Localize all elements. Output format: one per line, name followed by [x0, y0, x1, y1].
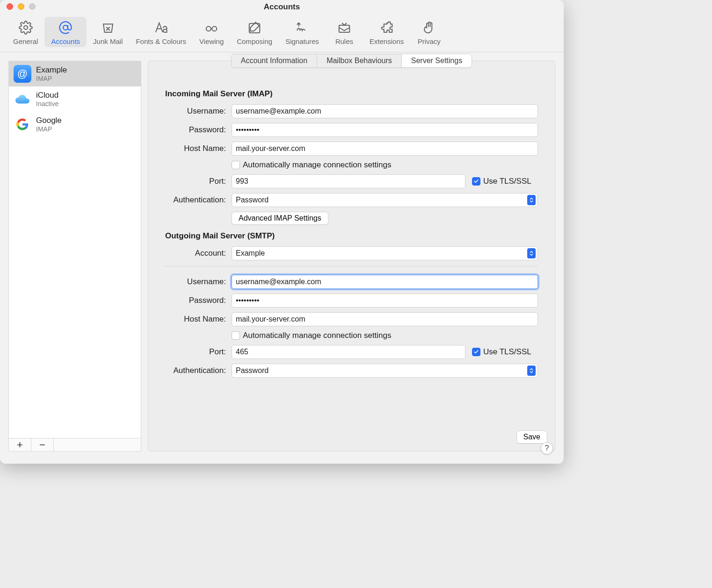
signature-icon: [295, 20, 309, 36]
save-button[interactable]: Save: [516, 430, 547, 444]
add-account-button[interactable]: +: [9, 438, 31, 451]
junk-mail-icon: [101, 20, 115, 36]
toolbar-junk-mail[interactable]: Junk Mail: [87, 17, 129, 47]
fonts-icon: [154, 20, 168, 36]
outgoing-username-input[interactable]: [232, 275, 538, 289]
label-authentication: Authentication:: [165, 195, 226, 205]
account-row-google[interactable]: Google IMAP: [9, 112, 141, 137]
outgoing-tls-checkbox[interactable]: Use TLS/SSL: [472, 347, 531, 357]
toolbar-fonts-colours[interactable]: Fonts & Colours: [129, 17, 193, 47]
toolbar-composing[interactable]: Composing: [230, 17, 279, 47]
puzzle-icon: [380, 20, 394, 36]
incoming-password-input[interactable]: [232, 123, 538, 137]
sidebar-footer-spacer: [54, 438, 141, 451]
tab-mailbox-behaviours[interactable]: Mailbox Behaviours: [317, 54, 402, 67]
checkbox-label: Automatically manage connection settings: [243, 160, 392, 170]
incoming-host-input[interactable]: [232, 142, 538, 156]
advanced-imap-button[interactable]: Advanced IMAP Settings: [232, 212, 328, 225]
icloud-icon: [14, 90, 31, 108]
select-value: Password: [236, 196, 269, 204]
label-hostname: Host Name:: [165, 315, 226, 324]
account-name: Google: [36, 116, 62, 125]
checkbox-icon: [232, 161, 240, 169]
remove-account-button[interactable]: −: [31, 438, 54, 451]
account-name: Example: [36, 65, 67, 75]
checkbox-checked-icon: [472, 348, 480, 356]
label-username: Username:: [165, 107, 226, 116]
checkbox-label: Automatically manage connection settings: [243, 331, 392, 340]
outgoing-account-select[interactable]: Example: [232, 246, 538, 260]
outgoing-port-input[interactable]: [232, 345, 465, 359]
section-incoming-title: Incoming Mail Server (IMAP): [165, 89, 538, 99]
toolbar-signatures[interactable]: Signatures: [279, 17, 326, 47]
toolbar-privacy[interactable]: Privacy: [410, 17, 448, 47]
label-username: Username:: [165, 277, 226, 287]
toolbar-label: Accounts: [51, 37, 80, 45]
label-password: Password:: [165, 296, 226, 305]
toolbar-label: Rules: [335, 37, 353, 45]
incoming-username-input[interactable]: [232, 104, 538, 118]
google-icon: [14, 115, 31, 133]
incoming-auth-select[interactable]: Password: [232, 193, 538, 207]
incoming-auto-manage-checkbox[interactable]: Automatically manage connection settings: [232, 160, 392, 170]
incoming-tls-checkbox[interactable]: Use TLS/SSL: [472, 177, 531, 186]
toolbar-general[interactable]: General: [7, 17, 44, 47]
select-value: Example: [236, 249, 265, 258]
outgoing-host-input[interactable]: [232, 312, 538, 326]
label-port: Port:: [165, 347, 226, 357]
svg-point-3: [212, 27, 217, 31]
toolbar-label: Signatures: [285, 37, 319, 45]
toolbar-label: Composing: [237, 37, 272, 45]
svg-point-1: [63, 25, 68, 30]
toolbar-viewing[interactable]: Viewing: [193, 17, 230, 47]
hand-icon: [422, 20, 436, 36]
toolbar-label: Extensions: [370, 37, 404, 45]
toolbar-extensions[interactable]: Extensions: [363, 17, 410, 47]
checkbox-label: Use TLS/SSL: [483, 177, 531, 186]
at-sign-icon: [58, 20, 73, 36]
toolbar-accounts[interactable]: Accounts: [44, 17, 87, 47]
chevron-updown-icon: [527, 195, 536, 205]
toolbar-label: Privacy: [418, 37, 441, 45]
svg-point-0: [24, 26, 28, 29]
account-row-icloud[interactable]: iCloud Inactive: [9, 86, 141, 112]
checkbox-icon: [232, 331, 240, 340]
toolbar-label: General: [13, 37, 38, 45]
rules-icon: [337, 20, 351, 36]
outgoing-password-input[interactable]: [232, 294, 538, 308]
label-authentication: Authentication:: [165, 366, 226, 375]
outgoing-auth-select[interactable]: Password: [232, 364, 538, 378]
account-subtype: Inactive: [36, 100, 58, 108]
section-outgoing-title: Outgoing Mail Server (SMTP): [165, 231, 538, 241]
checkbox-checked-icon: [472, 177, 480, 186]
account-row-example[interactable]: @ Example IMAP: [9, 61, 141, 86]
toolbar-rules[interactable]: Rules: [326, 17, 363, 47]
help-button[interactable]: ?: [541, 442, 553, 454]
outgoing-auto-manage-checkbox[interactable]: Automatically manage connection settings: [232, 331, 392, 340]
window-title: Accounts: [0, 2, 564, 12]
incoming-port-input[interactable]: [232, 174, 465, 188]
checkbox-label: Use TLS/SSL: [483, 347, 531, 357]
settings-tabs: Account Information Mailbox Behaviours S…: [231, 54, 472, 68]
label-password: Password:: [165, 125, 226, 135]
svg-point-2: [206, 27, 211, 31]
chevron-updown-icon: [527, 366, 536, 376]
preferences-toolbar: General Accounts Junk Mail Fonts & Colou…: [0, 13, 564, 52]
toolbar-label: Junk Mail: [93, 37, 123, 45]
label-hostname: Host Name:: [165, 144, 226, 153]
glasses-icon: [204, 20, 218, 36]
accounts-sidebar: @ Example IMAP iCloud Inactive: [8, 61, 141, 452]
at-sign-icon: @: [14, 65, 31, 83]
tab-server-settings[interactable]: Server Settings: [402, 54, 472, 67]
label-account: Account:: [165, 249, 226, 258]
chevron-updown-icon: [527, 248, 536, 258]
divider: [165, 266, 538, 266]
account-subtype: IMAP: [36, 125, 62, 133]
tab-account-information[interactable]: Account Information: [232, 54, 317, 67]
select-value: Password: [236, 366, 269, 375]
account-subtype: IMAP: [36, 75, 67, 82]
account-name: iCloud: [36, 91, 58, 100]
toolbar-label: Fonts & Colours: [136, 37, 186, 45]
compose-icon: [247, 20, 262, 36]
settings-panel: Account Information Mailbox Behaviours S…: [148, 61, 555, 452]
